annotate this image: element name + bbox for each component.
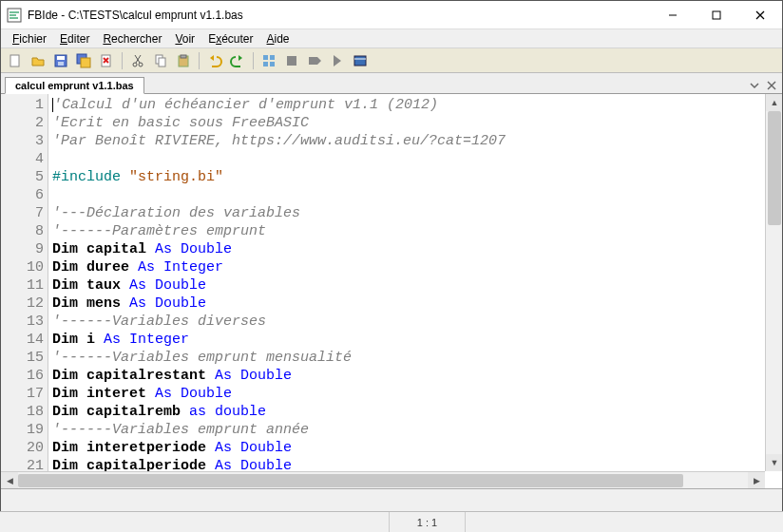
code-line[interactable]: 'Calcul d'un échéancier d'emprunt v1.1 (… xyxy=(52,96,782,114)
minimize-button[interactable] xyxy=(651,1,695,28)
scroll-up-icon[interactable]: ▲ xyxy=(766,94,782,111)
tab-close-icon[interactable] xyxy=(767,80,776,93)
vertical-scrollbar[interactable]: ▲ ▼ xyxy=(765,94,782,471)
code-line[interactable]: '---Déclaration des variables xyxy=(52,204,782,222)
editor[interactable]: 12345678910111213141516171819202122 'Cal… xyxy=(1,94,782,489)
token-comment: 'Par Benoît RIVIERE, https://www.auditsi… xyxy=(52,133,506,149)
token-kw: As xyxy=(104,332,121,348)
line-number: 15 xyxy=(1,349,44,367)
line-number: 13 xyxy=(1,313,44,331)
token-plain xyxy=(232,440,240,456)
code-line[interactable] xyxy=(52,186,782,204)
token-comment: 'Calcul d'un échéancier d'emprunt v1.1 (… xyxy=(53,97,438,113)
code-line[interactable]: Dim duree As Integer xyxy=(52,258,782,276)
token-plain xyxy=(172,241,181,257)
menu-view[interactable]: Voir xyxy=(169,30,201,48)
svg-rect-7 xyxy=(57,56,65,60)
tab-file[interactable]: calcul emprunt v1.1.bas xyxy=(5,77,144,94)
scroll-left-icon[interactable]: ◀ xyxy=(1,472,18,489)
tool-compile-run[interactable] xyxy=(304,50,325,71)
code-line[interactable]: Dim interet As Double xyxy=(52,385,782,403)
line-number: 19 xyxy=(1,421,44,439)
code-line[interactable]: '------Variables emprunt mensualité xyxy=(52,349,782,367)
menu-edit[interactable]: Editer xyxy=(54,30,95,48)
token-ident: Dim taux xyxy=(52,277,129,294)
tool-output[interactable] xyxy=(350,50,371,71)
token-kw: As xyxy=(215,368,232,384)
tool-quickrun[interactable] xyxy=(327,50,348,71)
token-ident: Dim duree xyxy=(52,259,138,276)
code-line[interactable]: '------Paramètres emprunt xyxy=(52,222,782,240)
status-cell-rest xyxy=(466,512,783,532)
svg-rect-27 xyxy=(309,57,317,65)
svg-rect-2 xyxy=(713,11,720,19)
token-kw: As xyxy=(138,259,155,276)
app-icon xyxy=(7,8,22,23)
code-line[interactable]: Dim capitalremb as double xyxy=(52,403,782,421)
token-plain xyxy=(146,277,155,294)
menu-run[interactable]: Exécuter xyxy=(202,30,258,48)
token-kw: Double xyxy=(240,368,292,384)
statusbar: 1 : 1 xyxy=(0,511,783,532)
scroll-thumb-h[interactable] xyxy=(18,474,683,487)
tool-close[interactable] xyxy=(96,50,117,71)
tool-new[interactable] xyxy=(5,50,26,71)
menu-search[interactable]: Rechercher xyxy=(97,30,167,48)
scroll-down-icon[interactable]: ▼ xyxy=(766,454,782,471)
horizontal-scrollbar[interactable]: ◀ ▶ xyxy=(1,471,765,488)
tool-saveall[interactable] xyxy=(73,50,94,71)
line-number: 8 xyxy=(1,222,44,240)
svg-rect-26 xyxy=(287,56,296,66)
token-ident: Dim interet xyxy=(52,386,155,402)
tool-open[interactable] xyxy=(28,50,48,71)
toolbar-separator xyxy=(253,52,254,69)
line-number: 1 xyxy=(1,96,44,114)
line-number: 20 xyxy=(1,439,44,457)
menu-file[interactable]: Fichier xyxy=(7,30,52,48)
tool-cut[interactable] xyxy=(127,50,148,71)
tab-dropdown-icon[interactable] xyxy=(750,80,759,93)
svg-point-15 xyxy=(139,63,143,66)
svg-line-17 xyxy=(135,55,140,63)
code-line[interactable]: #include "string.bi" xyxy=(52,168,782,186)
window-title: FBIde - C:\TESTS\calcul emprunt v1.1.bas xyxy=(28,9,243,22)
code-line[interactable]: Dim mens As Double xyxy=(52,294,782,313)
tool-redo[interactable] xyxy=(227,50,248,71)
code-area[interactable]: 'Calcul d'un échéancier d'emprunt v1.1 (… xyxy=(48,94,782,488)
code-line[interactable]: '------Variables emprunt année xyxy=(52,421,782,439)
maximize-button[interactable] xyxy=(695,1,738,28)
tool-save[interactable] xyxy=(50,50,71,71)
code-line[interactable]: '------Variables diverses xyxy=(52,313,782,331)
tool-undo[interactable] xyxy=(204,50,225,71)
code-line[interactable]: Dim i As Integer xyxy=(52,331,782,349)
menu-help[interactable]: Aide xyxy=(261,30,296,48)
code-line[interactable]: Dim capitalrestant As Double xyxy=(52,367,782,385)
token-ident: Dim capitalremb xyxy=(52,404,189,420)
svg-line-16 xyxy=(136,55,141,63)
code-line[interactable] xyxy=(52,150,782,168)
code-line[interactable]: Dim taux As Double xyxy=(52,276,782,294)
token-plain xyxy=(121,169,129,185)
token-ident: Dim interetperiode xyxy=(52,440,215,456)
tool-copy[interactable] xyxy=(150,50,171,71)
line-number: 16 xyxy=(1,367,44,385)
code-line[interactable]: Dim capital As Double xyxy=(52,240,782,258)
scroll-right-icon[interactable]: ▶ xyxy=(748,472,765,489)
code-line[interactable]: 'Par Benoît RIVIERE, https://www.auditsi… xyxy=(52,132,782,150)
code-line[interactable]: Dim interetperiode As Double xyxy=(52,439,782,457)
token-plain xyxy=(155,259,163,276)
token-kw: Double xyxy=(155,295,206,312)
svg-rect-22 xyxy=(263,55,268,60)
tool-paste[interactable] xyxy=(173,50,194,71)
line-number: 10 xyxy=(1,258,44,276)
token-ident: Dim capital xyxy=(52,241,155,257)
scroll-thumb-v[interactable] xyxy=(768,111,781,225)
token-plain xyxy=(146,295,155,312)
line-number: 3 xyxy=(1,132,44,150)
line-number: 11 xyxy=(1,276,44,294)
code-line[interactable]: 'Ecrit en basic sous FreeBASIC xyxy=(52,114,782,132)
tool-compile[interactable] xyxy=(258,50,279,71)
line-number: 5 xyxy=(1,168,44,186)
close-button[interactable] xyxy=(738,1,782,28)
tool-run[interactable] xyxy=(281,50,302,71)
